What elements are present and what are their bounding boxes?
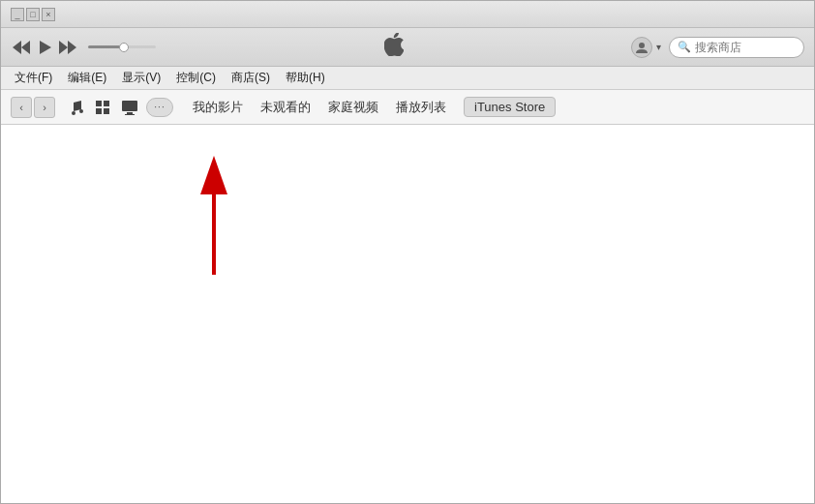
- window-controls: _ □ ×: [11, 8, 55, 21]
- svg-marker-2: [40, 41, 51, 54]
- maximize-button[interactable]: □: [26, 8, 40, 21]
- account-button[interactable]: ▾: [631, 37, 661, 58]
- tab-my-movies[interactable]: 我的影片: [193, 97, 243, 118]
- volume-slider[interactable]: [88, 45, 156, 48]
- svg-rect-12: [125, 114, 135, 115]
- apple-logo: [384, 33, 404, 61]
- menu-view[interactable]: 显示(V): [114, 68, 168, 88]
- svg-rect-11: [127, 112, 133, 114]
- nav-tabs: 我的影片 未观看的 家庭视频 播放列表 iTunes Store: [193, 97, 556, 118]
- annotation-arrow: [1, 125, 814, 503]
- main-content: [1, 125, 814, 503]
- toolbar: ▾ 🔍: [1, 28, 814, 67]
- svg-rect-6: [96, 101, 102, 106]
- svg-marker-3: [59, 41, 68, 54]
- search-input[interactable]: [695, 41, 796, 54]
- volume-thumb[interactable]: [119, 43, 129, 52]
- forward-button[interactable]: ›: [34, 97, 55, 118]
- volume-track: [88, 45, 156, 48]
- main-window: _ □ ×: [0, 0, 815, 504]
- svg-marker-1: [13, 41, 21, 54]
- search-icon: 🔍: [678, 41, 691, 53]
- view-icons: ···: [65, 97, 173, 118]
- transport-controls: [11, 37, 78, 58]
- title-bar-left: _ □ ×: [7, 8, 55, 21]
- nav-bar: ‹ ›: [1, 90, 814, 125]
- svg-point-5: [639, 43, 645, 48]
- back-button[interactable]: ‹: [11, 97, 32, 118]
- title-bar: _ □ ×: [1, 1, 814, 28]
- rewind-button[interactable]: [11, 37, 32, 58]
- play-button[interactable]: [34, 37, 55, 58]
- tab-unwatched[interactable]: 未观看的: [260, 97, 311, 118]
- menu-file[interactable]: 文件(F): [7, 68, 60, 88]
- menu-edit[interactable]: 编辑(E): [60, 68, 114, 88]
- nav-arrows: ‹ ›: [11, 97, 55, 118]
- monitor-icon[interactable]: [119, 97, 140, 118]
- svg-rect-7: [104, 101, 109, 106]
- chevron-down-icon: ▾: [656, 42, 661, 52]
- account-icon: [631, 37, 652, 58]
- minimize-button[interactable]: _: [11, 8, 24, 21]
- svg-marker-4: [68, 41, 76, 54]
- search-box[interactable]: 🔍: [669, 37, 804, 58]
- svg-rect-8: [96, 108, 102, 114]
- menu-bar: 文件(F) 编辑(E) 显示(V) 控制(C) 商店(S) 帮助(H): [1, 67, 814, 90]
- more-button[interactable]: ···: [146, 98, 173, 117]
- svg-rect-9: [104, 108, 109, 114]
- svg-marker-0: [21, 41, 30, 54]
- close-button[interactable]: ×: [42, 8, 55, 21]
- music-icon[interactable]: [65, 97, 86, 118]
- toolbar-center: [156, 33, 631, 61]
- menu-help[interactable]: 帮助(H): [278, 68, 333, 88]
- tab-home-video[interactable]: 家庭视频: [328, 97, 378, 118]
- tab-itunes-store[interactable]: iTunes Store: [464, 97, 556, 117]
- menu-controls[interactable]: 控制(C): [168, 68, 224, 88]
- svg-rect-10: [122, 101, 137, 111]
- fast-forward-button[interactable]: [57, 37, 78, 58]
- menu-store[interactable]: 商店(S): [224, 68, 278, 88]
- grid-icon[interactable]: [92, 97, 113, 118]
- toolbar-right: ▾ 🔍: [631, 37, 804, 58]
- ellipsis-icon: ···: [154, 102, 165, 112]
- tab-playlist[interactable]: 播放列表: [396, 97, 446, 118]
